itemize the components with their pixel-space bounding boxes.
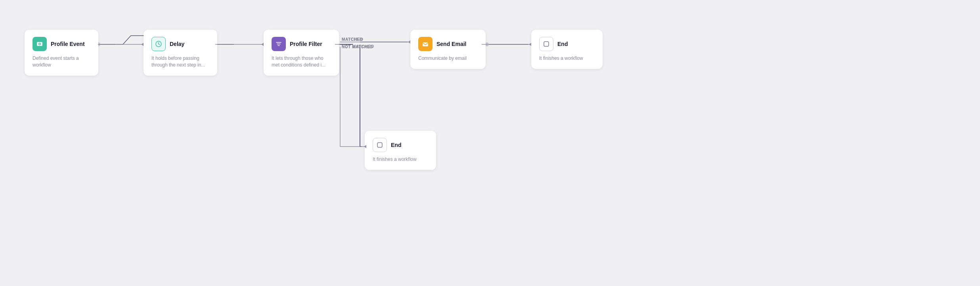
node-profile-event-header: Profile Event bbox=[33, 37, 90, 51]
workflow-canvas: MATCHED NOT MATCHED Profile Event Define… bbox=[0, 0, 980, 286]
send-email-icon bbox=[418, 37, 433, 51]
profile-filter-icon bbox=[272, 37, 286, 51]
matched-label-text: MATCHED bbox=[342, 37, 364, 42]
node-delay[interactable]: Delay It holds before passing through th… bbox=[144, 30, 217, 76]
node-send-email-header: Send Email bbox=[418, 37, 478, 51]
profile-filter-title: Profile Filter bbox=[290, 41, 322, 47]
not-matched-label-text: NOT MATCHED bbox=[342, 44, 374, 49]
profile-event-icon bbox=[33, 37, 47, 51]
send-email-title: Send Email bbox=[436, 41, 466, 47]
end-bottom-title: End bbox=[391, 142, 401, 148]
node-send-email[interactable]: Send Email Communicate by email bbox=[410, 30, 486, 69]
svg-rect-21 bbox=[423, 42, 428, 46]
profile-event-title: Profile Event bbox=[51, 41, 85, 47]
svg-point-14 bbox=[39, 44, 40, 45]
end-top-desc: It finishes a workflow bbox=[539, 55, 595, 62]
node-end-top-header: End bbox=[539, 37, 595, 51]
end-bottom-icon bbox=[373, 138, 387, 152]
node-end-bottom[interactable]: End It finishes a workflow bbox=[365, 131, 436, 170]
send-email-desc: Communicate by email bbox=[418, 55, 478, 62]
node-delay-header: Delay bbox=[151, 37, 209, 51]
profile-event-desc: Defined event starts a workflow bbox=[33, 55, 90, 69]
delay-desc: It holds before passing through the next… bbox=[151, 55, 209, 69]
svg-rect-22 bbox=[544, 42, 549, 46]
end-bottom-desc: It finishes a workflow bbox=[373, 156, 428, 163]
node-profile-event[interactable]: Profile Event Defined event starts a wor… bbox=[25, 30, 98, 76]
node-filter-header: Profile Filter bbox=[272, 37, 331, 51]
delay-icon bbox=[151, 37, 166, 51]
delay-title: Delay bbox=[170, 41, 184, 47]
node-end-top[interactable]: End It finishes a workflow bbox=[531, 30, 603, 69]
node-end-bottom-header: End bbox=[373, 138, 428, 152]
end-top-icon bbox=[539, 37, 553, 51]
svg-rect-23 bbox=[377, 143, 382, 147]
profile-filter-desc: It lets through those who met conditions… bbox=[272, 55, 331, 69]
svg-line-17 bbox=[159, 44, 160, 45]
node-profile-filter[interactable]: Profile Filter It lets through those who… bbox=[264, 30, 339, 76]
end-top-title: End bbox=[557, 41, 568, 47]
